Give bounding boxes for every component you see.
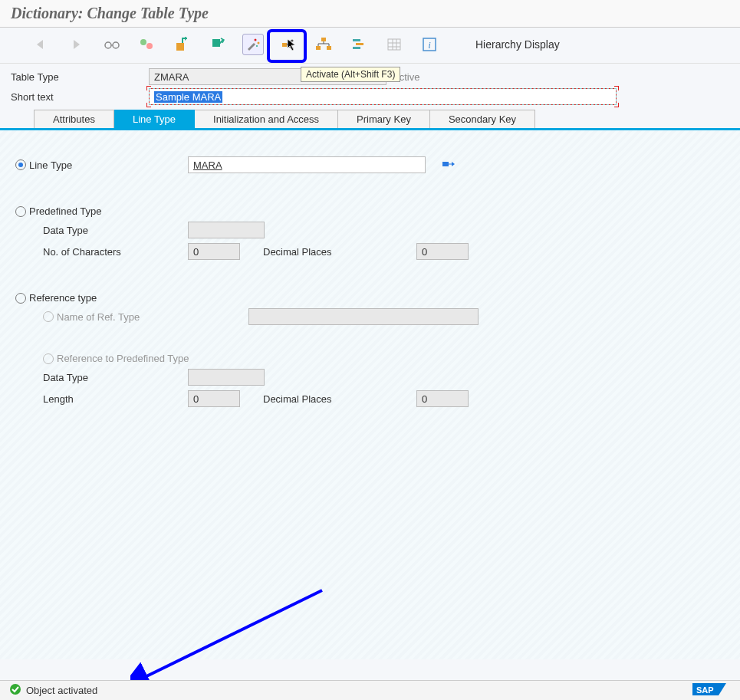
- tab-content: Line Type MARA Predefined Type Data Type…: [0, 130, 740, 659]
- forward-icon[interactable]: [66, 34, 87, 55]
- glasses-icon[interactable]: [101, 34, 123, 55]
- back-icon[interactable]: [31, 34, 52, 55]
- length-input: 0: [188, 390, 240, 407]
- name-of-ref-input: [248, 308, 479, 325]
- svg-point-10: [291, 40, 294, 42]
- where-used-icon[interactable]: [278, 34, 299, 55]
- short-text-label: Short text: [11, 91, 149, 103]
- table-icon[interactable]: [383, 34, 405, 55]
- svg-point-11: [291, 44, 294, 46]
- check-icon[interactable]: [207, 34, 229, 55]
- status-message: Object activated: [26, 685, 97, 696]
- tab-strip: Attributes Line Type Initialization and …: [34, 110, 729, 128]
- radio-ref-predef: [43, 353, 54, 364]
- svg-rect-18: [353, 47, 360, 49]
- svg-point-3: [146, 43, 153, 49]
- ref-data-type-input: [188, 369, 265, 386]
- svg-rect-5: [212, 39, 220, 47]
- svg-rect-17: [356, 43, 363, 45]
- ref-decimal-places-label: Decimal Places: [263, 393, 363, 405]
- svg-text:SAP: SAP: [696, 685, 714, 695]
- sap-logo-icon: SAP: [692, 682, 731, 699]
- svg-rect-4: [176, 43, 184, 51]
- radio-reference-type[interactable]: [15, 293, 26, 304]
- ref-predefined-label: Reference to Predefined Type: [57, 353, 189, 364]
- radio-predefined-type[interactable]: [15, 206, 26, 217]
- page-title: Dictionary: Change Table Type: [0, 0, 740, 28]
- num-chars-input[interactable]: 0: [188, 243, 240, 260]
- tab-line-type[interactable]: Line Type: [114, 110, 195, 128]
- tab-init-access[interactable]: Initialization and Access: [195, 110, 338, 128]
- svg-point-6: [255, 39, 257, 41]
- line-type-input[interactable]: MARA: [188, 156, 426, 173]
- data-type-input[interactable]: [188, 222, 265, 238]
- svg-point-12: [291, 48, 294, 50]
- svg-rect-13: [321, 38, 326, 41]
- tab-attributes[interactable]: Attributes: [34, 110, 114, 128]
- indent-icon[interactable]: [348, 34, 370, 55]
- short-text-input[interactable]: Sample MARA: [149, 88, 617, 105]
- hierarchy-icon[interactable]: [313, 34, 334, 55]
- svg-rect-16: [353, 39, 360, 41]
- short-text-field-wrap: Sample MARA: [149, 88, 617, 105]
- length-label: Length: [43, 393, 188, 405]
- tab-secondary-key[interactable]: Secondary Key: [430, 110, 535, 128]
- hierarchy-display-button[interactable]: Hierarchy Display: [475, 38, 560, 51]
- predefined-type-label: Predefined Type: [29, 205, 101, 217]
- svg-rect-22: [442, 162, 449, 166]
- svg-point-24: [10, 684, 21, 695]
- svg-point-8: [256, 45, 258, 47]
- switch-icon[interactable]: [136, 34, 158, 55]
- svg-rect-9: [282, 43, 287, 47]
- svg-rect-14: [316, 46, 321, 50]
- status-bar: Object activated SAP: [0, 680, 740, 700]
- svg-point-7: [258, 42, 260, 44]
- tab-primary-key[interactable]: Primary Key: [338, 110, 430, 128]
- name-of-ref-label: Name of Ref. Type: [57, 311, 248, 323]
- toolbar: i Hierarchy Display Activate (Alt+Shift …: [0, 28, 740, 64]
- svg-text:i: i: [428, 39, 431, 51]
- svg-point-2: [140, 39, 146, 45]
- data-type-label: Data Type: [43, 225, 188, 236]
- other-object-icon[interactable]: [172, 34, 193, 55]
- decimal-places-input[interactable]: 0: [416, 243, 469, 260]
- ref-data-type-label: Data Type: [43, 372, 188, 383]
- activate-tooltip: Activate (Alt+Shift F3): [301, 67, 400, 82]
- ref-decimal-places-input: 0: [416, 390, 469, 407]
- activate-icon[interactable]: [242, 34, 264, 55]
- radio-line-type[interactable]: [15, 159, 26, 170]
- line-type-label: Line Type: [29, 159, 72, 171]
- success-icon: [9, 683, 21, 698]
- num-chars-label: No. of Characters: [43, 246, 188, 258]
- reference-type-label: Reference type: [29, 292, 97, 304]
- radio-name-of-ref: [43, 311, 54, 322]
- svg-point-0: [105, 42, 111, 48]
- info-icon[interactable]: i: [419, 34, 440, 55]
- svg-point-1: [113, 42, 119, 48]
- decimal-places-label: Decimal Places: [263, 246, 363, 258]
- svg-rect-15: [327, 46, 331, 50]
- svg-rect-19: [388, 39, 400, 50]
- table-type-label: Table Type: [11, 71, 149, 83]
- navigate-icon[interactable]: [442, 159, 456, 171]
